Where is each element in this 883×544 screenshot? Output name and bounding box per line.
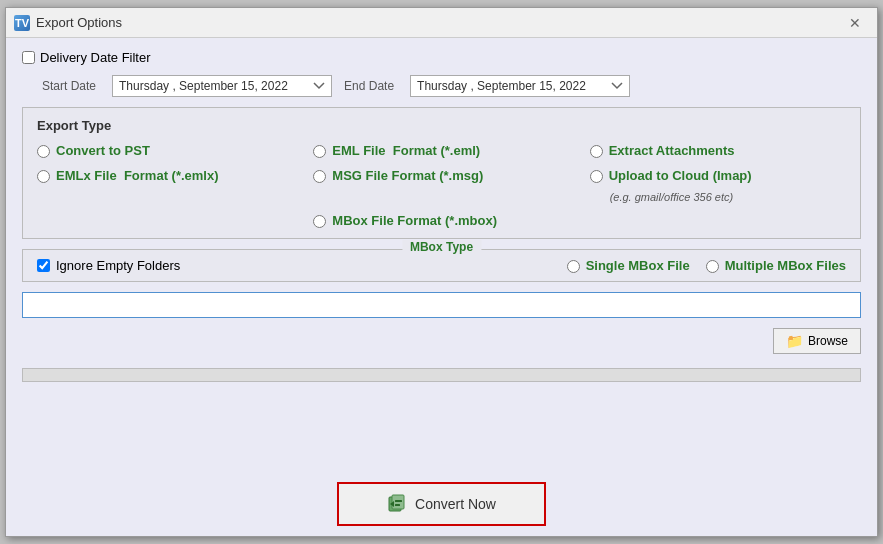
export-type-title: Export Type [37,118,846,133]
convert-icon [387,494,407,514]
label-cloud: Upload to Cloud (Imap) [609,168,752,183]
convert-now-label: Convert Now [415,496,496,512]
radio-msg[interactable] [313,170,326,183]
option-attachments[interactable]: Extract Attachments [590,143,846,158]
label-mbox: MBox File Format (*.mbox) [332,213,497,228]
browse-label: Browse [808,334,848,348]
export-options-window: TV Export Options ✕ Delivery Date Filter… [5,7,878,537]
radio-single-mbox[interactable] [567,260,580,273]
browse-button[interactable]: 📁 Browse [773,328,861,354]
option-single-mbox[interactable]: Single MBox File [567,258,690,273]
svg-rect-3 [395,504,400,506]
delivery-date-filter-label[interactable]: Delivery Date Filter [22,50,151,65]
label-multiple-mbox: Multiple MBox Files [725,258,846,273]
option-emlx[interactable]: EMLx File Format (*.emlx) [37,168,293,203]
label-msg: MSG File Format (*.msg) [332,168,483,183]
browse-icon: 📁 [786,333,803,349]
content-area: Delivery Date Filter Start Date Thursday… [6,38,877,472]
label-pst: Convert to PST [56,143,150,158]
mbox-type-label: MBox Type [402,240,481,254]
radio-attachments[interactable] [590,145,603,158]
footer: Convert Now [6,472,877,536]
ignore-folders-label[interactable]: Ignore Empty Folders [37,258,180,273]
app-icon: TV [14,15,30,31]
end-date-select[interactable]: Thursday , September 15, 2022 [410,75,630,97]
path-input-row [22,292,861,318]
convert-now-button[interactable]: Convert Now [337,482,546,526]
svg-rect-2 [395,500,402,502]
end-date-label: End Date [344,79,394,93]
path-input[interactable] [22,292,861,318]
radio-mbox[interactable] [313,215,326,228]
option-eml[interactable]: EML File Format (*.eml) [313,143,569,158]
label-eml: EML File Format (*.eml) [332,143,480,158]
radio-pst[interactable] [37,145,50,158]
option-msg[interactable]: MSG File Format (*.msg) [313,168,569,203]
date-row: Start Date Thursday , September 15, 2022… [22,75,861,97]
mbox-radio-group: Single MBox File Multiple MBox Files [567,258,846,273]
delivery-filter-row: Delivery Date Filter [22,50,861,65]
export-options-grid: Convert to PST EML File Format (*.eml) E… [37,143,846,228]
cloud-sublabel: (e.g. gmail/office 356 etc) [590,191,734,203]
ignore-folders-text: Ignore Empty Folders [56,258,180,273]
title-bar: TV Export Options ✕ [6,8,877,38]
radio-multiple-mbox[interactable] [706,260,719,273]
option-cloud[interactable]: Upload to Cloud (Imap) (e.g. gmail/offic… [590,168,846,203]
radio-cloud[interactable] [590,170,603,183]
export-type-section: Export Type Convert to PST EML File Form… [22,107,861,239]
label-emlx: EMLx File Format (*.emlx) [56,168,219,183]
progress-bar [22,368,861,382]
mbox-section: MBox Type Ignore Empty Folders Single MB… [22,249,861,282]
option-pst[interactable]: Convert to PST [37,143,293,158]
option-multiple-mbox[interactable]: Multiple MBox Files [706,258,846,273]
delivery-date-filter-checkbox[interactable] [22,51,35,64]
window-title: Export Options [36,15,841,30]
option-mbox[interactable]: MBox File Format (*.mbox) [313,213,569,228]
close-button[interactable]: ✕ [841,13,869,33]
start-date-label: Start Date [42,79,96,93]
label-single-mbox: Single MBox File [586,258,690,273]
start-date-select[interactable]: Thursday , September 15, 2022 [112,75,332,97]
radio-emlx[interactable] [37,170,50,183]
radio-eml[interactable] [313,145,326,158]
delivery-date-filter-text: Delivery Date Filter [40,50,151,65]
browse-row: 📁 Browse [22,328,861,354]
label-attachments: Extract Attachments [609,143,735,158]
ignore-folders-checkbox[interactable] [37,259,50,272]
